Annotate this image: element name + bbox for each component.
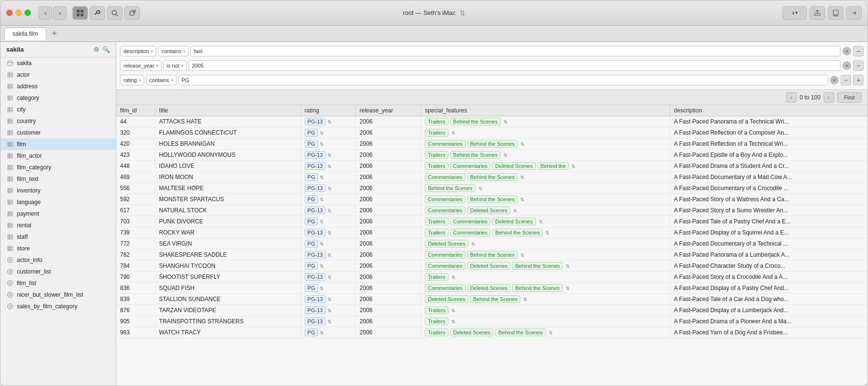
table-row[interactable]: 469IRON MOONPG⇅2006CommentariesBehind th… — [116, 172, 868, 183]
sidebar-item-staff[interactable]: staff — [0, 231, 116, 243]
table-row[interactable]: 448IDAHO LOVEPG-13⇅2006TrailersCommentar… — [116, 161, 868, 172]
table-row[interactable]: 784SHANGHAI TYCOONPG⇅2006CommentariesDel… — [116, 261, 868, 272]
rating-sort[interactable]: ⇅ — [327, 319, 331, 324]
sf-sort-icon[interactable]: ⇅ — [545, 230, 549, 235]
sidebar-item-sakila[interactable]: sakila — [0, 57, 116, 69]
table-row[interactable]: 703PUNK DIVORCEPG⇅2006TrailersCommentari… — [116, 216, 868, 227]
sidebar-item-sales_by_film_category[interactable]: sales_by_film_category — [0, 301, 116, 312]
table-row[interactable]: 44ATTACKS HATEPG-13⇅2006TrailersBehind t… — [116, 116, 868, 127]
table-row[interactable]: 839STALLION SUNDANCEPG-13⇅2006Deleted Sc… — [116, 294, 868, 305]
sf-sort-icon[interactable]: ⇅ — [520, 175, 524, 180]
export2-button[interactable] — [828, 6, 843, 20]
col-release_year[interactable]: release_year — [355, 105, 421, 116]
rating-sort[interactable]: ⇅ — [320, 130, 324, 136]
sidebar-item-category[interactable]: category — [0, 92, 116, 104]
sf-sort-icon[interactable]: ⇅ — [571, 164, 575, 169]
filter-remove-1[interactable]: − — [853, 46, 864, 56]
sf-sort-icon[interactable]: ⇅ — [503, 119, 507, 124]
sidebar-item-rental[interactable]: rental — [0, 220, 116, 231]
sf-sort-icon[interactable]: ⇅ — [566, 263, 570, 269]
back-button[interactable]: ‹ — [39, 6, 52, 20]
sf-sort-icon[interactable]: ⇅ — [549, 330, 553, 335]
rating-sort[interactable]: ⇅ — [327, 164, 331, 169]
close-button[interactable] — [6, 10, 13, 16]
sidebar-search-icon[interactable]: 🔍 — [102, 46, 110, 53]
table-row[interactable]: 556MALTESE HOPEPG-13⇅2006Behind the Scen… — [116, 183, 868, 194]
table-row[interactable]: 617NATURAL STOCKPG-13⇅2006CommentariesDe… — [116, 205, 868, 216]
sidebar-item-address[interactable]: address — [0, 81, 116, 92]
sidebar-item-customer_list[interactable]: customer_list — [0, 266, 116, 277]
add-tab-button[interactable]: + — [49, 28, 60, 39]
filter-op-1[interactable]: contains ▾ — [158, 46, 189, 56]
filter-add-button[interactable]: + — [853, 75, 864, 85]
sidebar-settings-icon[interactable]: ⚙ — [94, 46, 99, 53]
sidebar-item-film_category[interactable]: film_category — [0, 162, 116, 173]
sf-sort-icon[interactable]: ⇅ — [451, 275, 455, 280]
refresh-icon[interactable] — [124, 6, 140, 20]
sf-sort-icon[interactable]: ⇅ — [503, 152, 507, 158]
sf-sort-icon[interactable]: ⇅ — [451, 319, 455, 324]
rating-sort[interactable]: ⇅ — [320, 197, 324, 202]
sidebar-item-inventory[interactable]: inventory — [0, 185, 116, 196]
rating-sort[interactable]: ⇅ — [327, 308, 331, 313]
col-special_features[interactable]: special_features — [421, 105, 670, 116]
rating-sort[interactable]: ⇅ — [327, 252, 331, 258]
filter-field-2[interactable]: release_year ▾ — [120, 60, 162, 71]
table-row[interactable]: 423HOLLYWOOD ANONYMOUSPG-13⇅2006Trailers… — [116, 150, 868, 161]
title-sort-icon[interactable]: ⇅ — [460, 9, 465, 17]
filter-remove-3[interactable]: − — [841, 75, 851, 85]
sidebar-item-film[interactable]: film — [0, 138, 116, 150]
sf-sort-icon[interactable]: ⇅ — [451, 308, 455, 313]
rating-sort[interactable]: ⇅ — [320, 175, 324, 180]
filter-clear-1[interactable]: ✕ — [842, 47, 851, 55]
sidebar-item-city[interactable]: city — [0, 104, 116, 115]
sidebar-item-film_text[interactable]: film_text — [0, 173, 116, 185]
rating-sort[interactable]: ⇅ — [327, 208, 331, 213]
connect-button[interactable] — [846, 6, 862, 20]
filter-value-1[interactable] — [190, 46, 841, 56]
rating-sort[interactable]: ⇅ — [327, 230, 331, 235]
table-row[interactable]: 772SEA VIRGINPG⇅2006Deleted Scenes⇅A Fas… — [116, 238, 868, 249]
sidebar-item-country[interactable]: country — [0, 115, 116, 127]
table-row[interactable]: 963WATCH TRACYPG⇅2006TrailersDeleted Sce… — [116, 327, 868, 338]
sf-sort-icon[interactable]: ⇅ — [451, 130, 455, 136]
table-row[interactable]: 905TRAINSPOTTING STRANGERSPG-13⇅2006Trai… — [116, 316, 868, 327]
table-row[interactable]: 739ROCKY WARPG-13⇅2006TrailersCommentari… — [116, 227, 868, 238]
sidebar-item-actor[interactable]: actor — [0, 69, 116, 81]
rating-sort[interactable]: ⇅ — [327, 119, 331, 124]
rating-sort[interactable]: ⇅ — [320, 219, 324, 224]
filter-value-3[interactable] — [178, 75, 828, 85]
sf-sort-icon[interactable]: ⇅ — [513, 208, 517, 213]
rating-sort[interactable]: ⇅ — [320, 330, 324, 335]
find-button[interactable]: Find — [837, 92, 862, 103]
add-button[interactable]: + ▾ — [783, 6, 807, 20]
page-prev-button[interactable]: ‹ — [786, 92, 797, 103]
tab-sakila-film[interactable]: sakila.film — [4, 28, 46, 40]
filter-value-2[interactable] — [189, 60, 841, 71]
sidebar-item-language[interactable]: language — [0, 196, 116, 208]
sidebar-item-customer[interactable]: customer — [0, 127, 116, 138]
table-row[interactable]: 790SHOOTIST SUPERFLYPG-13⇅2006Trailers⇅A… — [116, 272, 868, 283]
rating-sort[interactable]: ⇅ — [327, 186, 331, 191]
sidebar-item-store[interactable]: store — [0, 243, 116, 254]
sidebar-item-payment[interactable]: payment — [0, 208, 116, 220]
rating-sort[interactable]: ⇅ — [320, 263, 324, 269]
col-description[interactable]: description — [670, 105, 868, 116]
table-row[interactable]: 420HOLES BRANNIGANPG⇅2006CommentariesBeh… — [116, 138, 868, 150]
filter-clear-3[interactable]: ✕ — [830, 76, 839, 84]
col-title[interactable]: title — [155, 105, 300, 116]
table-row[interactable]: 836SQUAD FISHPG⇅2006CommentariesDeleted … — [116, 283, 868, 294]
sidebar-item-nicer_but_slower_film_list[interactable]: nicer_but_slower_film_list — [0, 289, 116, 301]
filter-op-3[interactable]: contains ▾ — [146, 75, 176, 85]
col-film_id[interactable]: film_id — [116, 105, 155, 116]
fullscreen-button[interactable] — [25, 10, 31, 16]
col-rating[interactable]: rating — [300, 105, 355, 116]
filter-field-1[interactable]: description ▾ — [120, 46, 156, 56]
filter-clear-2[interactable]: ✕ — [842, 61, 851, 70]
table-row[interactable]: 592MONSTER SPARTACUSPG⇅2006CommentariesB… — [116, 194, 868, 205]
export1-button[interactable] — [810, 6, 825, 20]
minimize-button[interactable] — [15, 10, 22, 16]
table-row[interactable]: 782SHAKESPEARE SADDLEPG-13⇅2006Commentar… — [116, 249, 868, 261]
page-next-button[interactable]: › — [824, 92, 834, 103]
grid-view-icon[interactable] — [72, 6, 88, 20]
